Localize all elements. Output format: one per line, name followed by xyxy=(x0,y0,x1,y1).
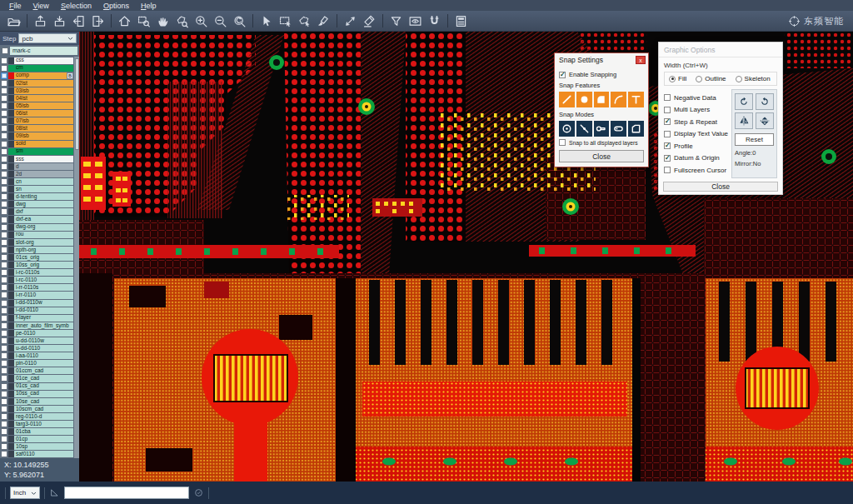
layer-row-01cs_orig[interactable]: 01cs_orig xyxy=(0,253,73,261)
layer-row-sold[interactable]: sold xyxy=(0,140,73,147)
close-icon[interactable]: x xyxy=(636,56,646,64)
zoom-polygon-icon[interactable] xyxy=(172,12,192,30)
layer-visibility-checkbox[interactable] xyxy=(0,178,8,186)
layer-row-saf0110[interactable]: saf0110 xyxy=(0,451,73,458)
layer-visibility-checkbox[interactable] xyxy=(0,397,8,405)
layer-visibility-checkbox[interactable] xyxy=(0,162,8,170)
radio-dot[interactable] xyxy=(669,76,676,82)
snap-mode-corner-icon[interactable] xyxy=(628,121,644,137)
eraser-icon[interactable] xyxy=(360,12,379,30)
layer-row-dxf[interactable]: dxf xyxy=(0,208,73,216)
layer-visibility-checkbox[interactable] xyxy=(0,405,8,412)
layer-row-targ3-0110[interactable]: targ3-0110 xyxy=(0,421,73,428)
layer-visibility-checkbox[interactable] xyxy=(0,117,8,125)
layer-color-swatch[interactable] xyxy=(8,428,14,435)
layer-color-swatch[interactable] xyxy=(8,232,14,238)
layer-color-swatch[interactable] xyxy=(8,117,14,124)
checkbox[interactable] xyxy=(664,142,671,149)
layer-visibility-checkbox[interactable] xyxy=(0,238,8,246)
layer-row-dwg-org[interactable]: dwg-org xyxy=(0,223,73,231)
layer-color-swatch[interactable] xyxy=(8,398,14,405)
layer-color-swatch[interactable] xyxy=(8,224,14,231)
layer-visibility-checkbox[interactable] xyxy=(0,170,8,177)
option-profile[interactable]: Profile xyxy=(664,142,728,150)
layer-visibility-checkbox[interactable] xyxy=(0,269,8,277)
layer-row-u-dd-0110w[interactable]: u-dd-0110w xyxy=(0,337,73,344)
layer-color-swatch[interactable] xyxy=(8,95,14,102)
snap-all-layers-checkbox[interactable] xyxy=(559,139,566,146)
select-cursor-icon[interactable] xyxy=(257,12,276,30)
layer-visibility-checkbox[interactable] xyxy=(0,231,8,238)
layer-visibility-checkbox[interactable] xyxy=(0,87,8,94)
layer-row-i-rc-0110s[interactable]: i-rc-0110s xyxy=(0,269,73,277)
layer-row-i-aa-0110[interactable]: i-aa-0110 xyxy=(0,352,73,360)
scrollbar-thumb[interactable] xyxy=(75,58,79,150)
layer-row-10scm_cad[interactable]: 10scm_cad xyxy=(0,405,73,412)
layer-color-swatch[interactable] xyxy=(8,345,14,352)
import-page-icon[interactable] xyxy=(69,12,88,30)
layer-row-04lst[interactable]: 04lst xyxy=(0,94,73,102)
reset-button[interactable]: Reset xyxy=(735,133,774,146)
option-multi-layers[interactable]: Multi Layers xyxy=(664,106,728,113)
layer-row-10ss_orig[interactable]: 10ss_orig xyxy=(0,262,73,269)
layer-row-dwg[interactable]: dwg xyxy=(0,201,73,208)
command-input[interactable] xyxy=(64,487,189,499)
layer-color-swatch[interactable] xyxy=(8,239,14,246)
checkbox[interactable] xyxy=(664,167,671,173)
rotate-cw-icon[interactable] xyxy=(735,93,753,110)
unit-select[interactable]: Inch xyxy=(10,487,40,499)
layer-color-swatch[interactable] xyxy=(8,163,14,170)
measure-icon[interactable] xyxy=(341,12,360,30)
layer-row-cm[interactable]: cm xyxy=(0,64,73,72)
layer-row-sn[interactable]: sn xyxy=(0,186,73,193)
layer-row-i-dd-0110w[interactable]: i-dd-0110w xyxy=(0,299,73,307)
layer-color-swatch[interactable] xyxy=(8,208,14,215)
layer-visibility-checkbox[interactable] xyxy=(0,360,8,367)
layer-color-swatch[interactable] xyxy=(8,421,14,427)
layer-row-06lst[interactable]: 06lst xyxy=(0,110,73,117)
layer-row-i-rr-0110s[interactable]: i-rr-0110s xyxy=(0,284,73,292)
layer-color-swatch[interactable] xyxy=(8,367,14,374)
notes-icon[interactable] xyxy=(451,12,471,30)
layer-visibility-checkbox[interactable] xyxy=(0,345,8,352)
layer-row-comp[interactable]: compB xyxy=(0,72,73,79)
layer-color-swatch[interactable] xyxy=(8,141,14,147)
layer-color-swatch[interactable] xyxy=(8,148,14,155)
layer-visibility-checkbox[interactable] xyxy=(0,307,8,314)
layer-visibility-checkbox[interactable] xyxy=(0,436,8,443)
snap-line-icon[interactable] xyxy=(559,92,575,107)
layer-visibility-checkbox[interactable] xyxy=(0,314,8,322)
layer-visibility-checkbox[interactable] xyxy=(0,375,8,382)
layer-visibility-checkbox[interactable] xyxy=(0,253,8,261)
layer-color-swatch[interactable] xyxy=(8,72,14,79)
select-polygon-icon[interactable] xyxy=(295,12,314,30)
layer-row-pe-0110[interactable]: pe-0110 xyxy=(0,329,73,337)
checkbox[interactable] xyxy=(664,107,671,113)
layer-visibility-checkbox[interactable] xyxy=(0,421,8,428)
layer-color-swatch[interactable] xyxy=(8,451,14,457)
layer-color-swatch[interactable] xyxy=(8,413,14,420)
layer-row-01cp[interactable]: 01cp xyxy=(0,436,73,443)
layer-color-swatch[interactable] xyxy=(8,330,14,337)
layer-visibility-checkbox[interactable] xyxy=(0,186,8,193)
layer-row-f-layer[interactable]: f-layer xyxy=(0,314,73,322)
layer-visibility-checkbox[interactable] xyxy=(0,72,8,79)
home-view-icon[interactable] xyxy=(115,12,134,30)
layer-color-swatch[interactable] xyxy=(8,65,14,72)
layer-color-swatch[interactable] xyxy=(8,201,14,207)
layer-color-swatch[interactable] xyxy=(8,102,14,109)
layer-visibility-checkbox[interactable] xyxy=(0,322,8,329)
layer-row-d-tenting[interactable]: d-tenting xyxy=(0,193,73,201)
layer-color-swatch[interactable] xyxy=(8,337,14,344)
layer-visibility-checkbox[interactable] xyxy=(0,125,8,132)
layer-color-swatch[interactable] xyxy=(8,322,14,329)
layer-color-swatch[interactable] xyxy=(8,216,14,222)
layer-color-swatch[interactable] xyxy=(8,292,14,298)
layer-row-i-rc-0110[interactable]: i-rc-0110 xyxy=(0,277,73,284)
pcb-canvas[interactable]: Snap Settings x Enable Snapping Snap Fea… xyxy=(79,32,853,482)
checkbox[interactable] xyxy=(664,118,671,125)
layer-visibility-checkbox[interactable] xyxy=(0,208,8,216)
snap-pad-icon[interactable] xyxy=(576,92,592,107)
layer-row-09lsb[interactable]: 09lsb xyxy=(0,132,73,140)
layer-row-rou[interactable]: rou xyxy=(0,231,73,238)
